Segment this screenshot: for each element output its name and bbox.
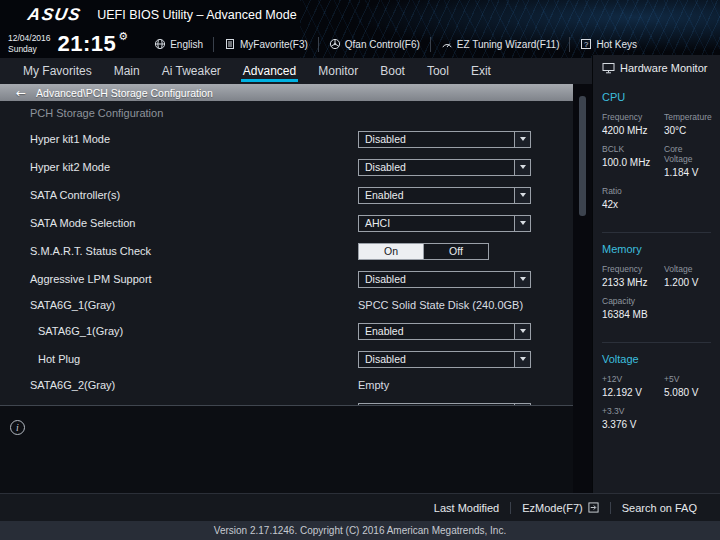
toggle-on-option[interactable]: On bbox=[359, 244, 423, 259]
date-display: 12/04/2016 Sunday bbox=[8, 33, 51, 55]
fan-icon bbox=[329, 38, 341, 50]
hw-cell: +3.3V3.376 V bbox=[602, 406, 660, 430]
setting-label: SATA Mode Selection bbox=[0, 217, 358, 229]
myfavorite-button[interactable]: MyFavorite(F3) bbox=[213, 37, 318, 52]
settings-list: PCH Storage Configuration Hyper kit1 Mod… bbox=[0, 101, 573, 405]
hw-cell: Frequency2133 MHz bbox=[602, 264, 660, 288]
info-icon: i bbox=[10, 420, 25, 435]
section-label: PCH Storage Configuration bbox=[0, 107, 358, 119]
tab-main[interactable]: Main bbox=[103, 58, 151, 84]
setting-row: SATA Controller(s) Enabled bbox=[0, 181, 573, 209]
tab-ai-tweaker[interactable]: Ai Tweaker bbox=[151, 58, 232, 84]
port-label: SATA6G_1(Gray) bbox=[0, 299, 358, 311]
hyper-kit1-mode-dropdown[interactable]: Disabled bbox=[358, 131, 531, 148]
bios-screen: ASUS UEFI BIOS Utility – Advanced Mode 1… bbox=[0, 0, 720, 540]
hw-cell: Frequency4200 MHz bbox=[602, 112, 660, 136]
hw-section-cpu: CPU Frequency4200 MHz Temperature30°C BC… bbox=[602, 81, 711, 232]
setting-label: SATA Controller(s) bbox=[0, 189, 358, 201]
ezmode-exit-icon bbox=[588, 502, 599, 513]
hot-keys-button[interactable]: ? Hot Keys bbox=[569, 37, 647, 52]
dropdown-value: Disabled bbox=[359, 132, 514, 147]
breadcrumb: ← Advanced\PCH Storage Configuration bbox=[0, 84, 573, 101]
setting-row-clipped: SATA6G_2(Gray) Enabled bbox=[0, 397, 573, 405]
scrollbar-thumb[interactable] bbox=[579, 96, 586, 216]
setting-label: SATA6G_1(Gray) bbox=[0, 325, 358, 337]
ez-tuning-wizard-button[interactable]: EZ Tuning Wizard(F11) bbox=[430, 37, 570, 52]
help-panel: i bbox=[0, 405, 573, 493]
hyper-kit2-mode-dropdown[interactable]: Disabled bbox=[358, 159, 531, 176]
device-row: SATA6G_1(Gray) SPCC Solid State Disk (24… bbox=[0, 293, 573, 317]
last-modified-button[interactable]: Last Modified bbox=[423, 502, 510, 514]
tab-advanced[interactable]: Advanced bbox=[232, 58, 307, 84]
setting-label: Hyper kit2 Mode bbox=[0, 161, 358, 173]
device-info: Empty bbox=[358, 379, 389, 391]
sata-mode-selection-dropdown[interactable]: AHCI bbox=[358, 215, 531, 232]
chevron-down-icon bbox=[514, 216, 530, 231]
dropdown-value: Enabled bbox=[359, 324, 514, 339]
monitor-icon bbox=[602, 62, 615, 74]
tab-tool[interactable]: Tool bbox=[416, 58, 460, 84]
hw-cell: BCLK100.0 MHz bbox=[602, 144, 660, 178]
hw-cell: Capacity16384 MB bbox=[602, 296, 660, 320]
setting-row: SATA6G_1(Gray) Enabled bbox=[0, 317, 573, 345]
toggle-off-option[interactable]: Off bbox=[423, 244, 488, 259]
main-menu-tabs: My Favorites Main Ai Tweaker Advanced Mo… bbox=[0, 58, 592, 84]
port-label: SATA6G_2(Gray) bbox=[0, 379, 358, 391]
sata-controllers-dropdown[interactable]: Enabled bbox=[358, 187, 531, 204]
chevron-down-icon bbox=[514, 352, 530, 367]
back-arrow-icon[interactable]: ← bbox=[16, 86, 26, 100]
svg-text:?: ? bbox=[584, 40, 588, 49]
scrollbar-track[interactable] bbox=[573, 84, 592, 493]
tab-boot[interactable]: Boot bbox=[369, 58, 416, 84]
memory-section-title: Memory bbox=[602, 243, 711, 255]
tab-my-favorites[interactable]: My Favorites bbox=[12, 58, 103, 84]
version-text: Version 2.17.1246. Copyright (C) 2016 Am… bbox=[214, 525, 506, 536]
chevron-down-icon bbox=[514, 160, 530, 175]
setting-label: S.M.A.R.T. Status Check bbox=[0, 245, 358, 257]
quick-access-bar: English MyFavorite(F3) Qfan Control(F6) … bbox=[144, 30, 647, 58]
hw-cell: Voltage1.200 V bbox=[664, 264, 711, 288]
clock: 21:15 bbox=[58, 31, 117, 57]
voltage-section-title: Voltage bbox=[602, 353, 711, 365]
hw-section-voltage: Voltage +12V12.192 V +5V5.080 V +3.3V3.3… bbox=[602, 342, 711, 452]
header: ASUS UEFI BIOS Utility – Advanced Mode 1… bbox=[0, 0, 720, 58]
chevron-down-icon bbox=[514, 188, 530, 203]
asus-logo: ASUS bbox=[26, 5, 83, 25]
smart-status-toggle[interactable]: On Off bbox=[358, 243, 489, 260]
ezmode-button[interactable]: EzMode(F7) bbox=[511, 502, 610, 514]
hardware-monitor-panel: Hardware Monitor CPU Frequency4200 MHz T… bbox=[592, 55, 720, 493]
chevron-down-icon bbox=[514, 272, 530, 287]
hw-cell: Ratio42x bbox=[602, 186, 660, 210]
setting-row: Aggressive LPM Support Disabled bbox=[0, 265, 573, 293]
language-button[interactable]: English bbox=[144, 37, 213, 52]
qfan-control-button[interactable]: Qfan Control(F6) bbox=[318, 37, 430, 52]
hw-cell: Temperature30°C bbox=[664, 112, 712, 136]
search-faq-button[interactable]: Search on FAQ bbox=[611, 502, 708, 514]
chevron-down-icon bbox=[514, 324, 530, 339]
question-key-icon: ? bbox=[580, 38, 592, 50]
date-text: 12/04/2016 bbox=[8, 33, 51, 44]
setting-row: Hyper kit2 Mode Disabled bbox=[0, 153, 573, 181]
gear-icon[interactable]: ⚙ bbox=[118, 30, 128, 43]
dropdown-value: Enabled bbox=[359, 188, 514, 203]
version-bar: Version 2.17.1246. Copyright (C) 2016 Am… bbox=[0, 521, 720, 540]
breadcrumb-path: Advanced\PCH Storage Configuration bbox=[36, 87, 213, 99]
aggressive-lpm-dropdown[interactable]: Disabled bbox=[358, 271, 531, 288]
sata6g1-port-dropdown[interactable]: Enabled bbox=[358, 323, 531, 340]
footer-bar: Last Modified EzMode(F7) Search on FAQ bbox=[0, 493, 720, 521]
content-area: ← Advanced\PCH Storage Configuration PCH… bbox=[0, 84, 592, 493]
tab-exit[interactable]: Exit bbox=[460, 58, 502, 84]
setting-row: SATA Mode Selection AHCI bbox=[0, 209, 573, 237]
setting-label: Hyper kit1 Mode bbox=[0, 133, 358, 145]
dropdown-value: Disabled bbox=[359, 352, 514, 367]
hot-plug-dropdown[interactable]: Disabled bbox=[358, 351, 531, 368]
day-text: Sunday bbox=[8, 44, 51, 55]
globe-icon bbox=[154, 38, 166, 50]
tab-monitor[interactable]: Monitor bbox=[307, 58, 369, 84]
setting-label: Hot Plug bbox=[0, 353, 358, 365]
device-info: SPCC Solid State Disk (240.0GB) bbox=[358, 299, 523, 311]
dropdown-value: Disabled bbox=[359, 160, 514, 175]
section-row: PCH Storage Configuration bbox=[0, 101, 573, 125]
cpu-section-title: CPU bbox=[602, 91, 711, 103]
setting-row: Hot Plug Disabled bbox=[0, 345, 573, 373]
